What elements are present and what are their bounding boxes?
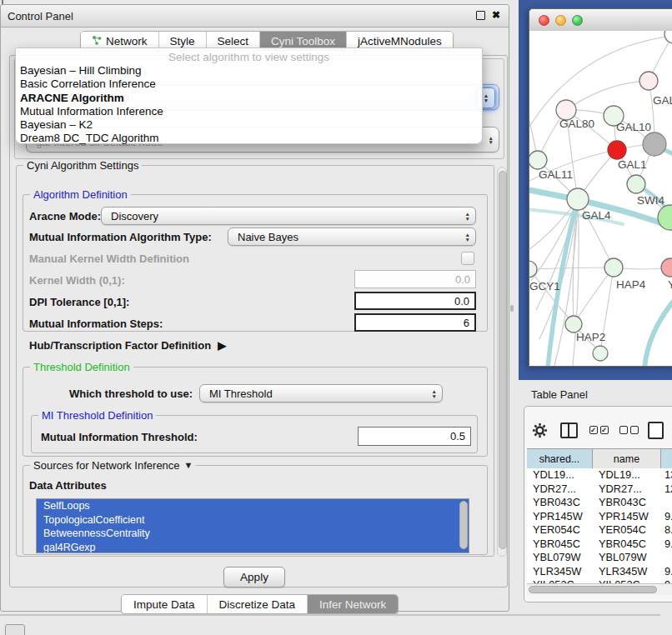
- down-arrow-icon: ▼: [184, 459, 193, 472]
- node-gal4[interactable]: [567, 188, 589, 210]
- popup-item[interactable]: Dream8 DC_TDC Algorithm: [16, 132, 482, 145]
- cyni-settings-title: Cyni Algorithm Settings: [23, 159, 142, 172]
- float-window-icon[interactable]: [476, 11, 485, 20]
- close-icon[interactable]: ✖: [492, 10, 500, 20]
- which-threshold-label: Which threshold to use:: [69, 388, 193, 400]
- table-row[interactable]: YDL19...YDL19...13: [527, 468, 672, 482]
- table-row[interactable]: YBL079WYBL079W: [527, 551, 672, 565]
- node-label: SWI4: [637, 194, 664, 207]
- hub-definition-expander[interactable]: Hub/Transcription Factor Definition ▶: [29, 339, 226, 352]
- node-label: HAP2: [576, 331, 605, 343]
- table-row[interactable]: YDR27...YDR27...12: [527, 482, 672, 497]
- spinner-arrows-icon: ▲▼: [489, 135, 494, 144]
- threshold-definition-title: Threshold Definition: [30, 361, 133, 373]
- node-partial-bottom[interactable]: [593, 346, 608, 361]
- popup-item[interactable]: Bayesian – Hill Climbing: [16, 64, 482, 78]
- spinner-arrows-icon: ▲▼: [465, 212, 470, 221]
- tab-impute-data[interactable]: Impute Data: [122, 595, 208, 613]
- node-hap2[interactable]: [565, 316, 582, 332]
- table-horizontal-scrollbar[interactable]: [527, 583, 672, 595]
- traffic-light-minimize-icon[interactable]: [555, 15, 566, 26]
- which-threshold-combo[interactable]: MI Threshold ▲▼: [199, 384, 443, 402]
- gear-icon[interactable]: [525, 422, 554, 438]
- table-horizontal-scrollbar-thumb[interactable]: [529, 586, 657, 593]
- apply-button[interactable]: Apply: [223, 567, 285, 588]
- traffic-light-close-icon[interactable]: [539, 15, 549, 26]
- node-label: Y: [668, 278, 672, 291]
- deselect-columns-icon[interactable]: [614, 426, 644, 434]
- manual-kernel-checkbox[interactable]: [461, 252, 474, 265]
- tab-infer-network[interactable]: Infer Network: [308, 595, 398, 613]
- node-partial-top[interactable]: [664, 31, 672, 43]
- right-arrow-icon: ▶: [218, 339, 226, 352]
- list-item[interactable]: gal4RGexp: [37, 541, 469, 554]
- manual-kernel-label: Manual Kernel Width Definition: [29, 252, 189, 265]
- node-label: HAP4: [616, 278, 646, 291]
- popup-header: Select algorithm to view settings: [16, 50, 482, 64]
- aracne-mode-label: Aracne Mode:: [29, 210, 101, 222]
- table-row[interactable]: YER054CYER054C8.: [527, 523, 672, 538]
- list-item[interactable]: BetweennessCentrality: [37, 527, 469, 541]
- data-attributes-label: Data Attributes: [29, 479, 107, 492]
- list-item[interactable]: SelfLoops: [37, 499, 469, 513]
- node-swi4[interactable]: [627, 175, 645, 193]
- table-row[interactable]: YLR345WYLR345W9.: [527, 565, 672, 579]
- control-panel-titlebar[interactable]: Control Panel ✖: [1, 5, 509, 28]
- popup-item-selected[interactable]: ARACNE Algorithm: [16, 92, 482, 105]
- panel-splitter[interactable]: [510, 305, 514, 312]
- network-window-titlebar[interactable]: [529, 9, 672, 32]
- cyni-bottom-tabbar: Impute Data Discretize Data Infer Networ…: [121, 594, 399, 614]
- mi-steps-label: Mutual Information Steps:: [29, 318, 163, 330]
- table-panel-title: Table Panel: [531, 388, 588, 401]
- settings-scrollbar-thumb[interactable]: [499, 171, 507, 549]
- spinner-arrows-icon: ▲▼: [465, 232, 470, 242]
- node-hap4[interactable]: [604, 258, 623, 277]
- select-all-columns-icon[interactable]: ✓✓: [584, 426, 614, 434]
- table-rows[interactable]: YDL19...YDL19...13 YDR27...YDR27...12 YB…: [527, 468, 672, 583]
- table-row[interactable]: YPR145WYPR145W9.: [527, 510, 672, 524]
- table-row[interactable]: YBR043CYBR043C: [527, 496, 672, 510]
- dpi-tolerance-field[interactable]: 0.0: [354, 292, 476, 310]
- tab-discretize-data[interactable]: Discretize Data: [208, 595, 308, 613]
- network-canvas[interactable]: GAL80 GAL10 GAL1 GAL11 GAL4 SWI4 GCY1 HA…: [529, 31, 672, 366]
- list-item[interactable]: TopologicalCoefficient: [37, 513, 469, 528]
- network-icon: [92, 35, 102, 48]
- network-view-window[interactable]: GAL80 GAL10 GAL1 GAL11 GAL4 SWI4 GCY1 HA…: [529, 8, 672, 367]
- node-big-green[interactable]: [658, 205, 672, 230]
- settings-scrollbar[interactable]: [497, 167, 507, 557]
- control-panel-title: Control Panel: [1, 10, 73, 22]
- dpi-tolerance-label: DPI Tolerance [0,1]:: [29, 296, 129, 308]
- popup-item[interactable]: Bayesian – K2: [16, 118, 482, 132]
- kernel-width-field[interactable]: 0.0: [354, 270, 476, 288]
- node-gal7[interactable]: [639, 72, 658, 90]
- column-header-shared[interactable]: shared...: [527, 449, 593, 469]
- data-attributes-list[interactable]: SelfLoops TopologicalCoefficient Between…: [36, 498, 469, 553]
- traffic-light-zoom-icon[interactable]: [572, 15, 583, 26]
- new-column-icon[interactable]: [644, 422, 667, 439]
- list-scrollbar[interactable]: [459, 501, 468, 549]
- column-header-partial[interactable]: [661, 449, 672, 469]
- popup-item[interactable]: Basic Correlation Inference: [16, 78, 482, 91]
- sources-title[interactable]: Sources for Network Inference ▼: [30, 459, 196, 472]
- node-label: GAL4: [582, 209, 611, 222]
- node-gal11[interactable]: [529, 151, 547, 169]
- node-gal1[interactable]: [608, 141, 626, 159]
- mi-threshold-title: MI Threshold Definition: [38, 409, 156, 422]
- split-view-icon[interactable]: [554, 422, 584, 438]
- popup-item[interactable]: Mutual Information Inference: [16, 105, 482, 118]
- column-header-name[interactable]: name: [593, 449, 661, 469]
- mi-threshold-field[interactable]: 0.5: [358, 427, 471, 446]
- kernel-width-label: Kernel Width (0,1):: [29, 274, 125, 287]
- node-gray[interactable]: [643, 132, 666, 156]
- aracne-mode-combo[interactable]: Discovery ▲▼: [101, 207, 476, 225]
- mi-type-combo[interactable]: Naive Bayes ▲▼: [228, 228, 476, 246]
- node-salmon[interactable]: [661, 258, 672, 277]
- corner-button[interactable]: [5, 624, 25, 635]
- mi-threshold-label: Mutual Information Threshold:: [41, 431, 198, 443]
- node-label: GAL11: [539, 168, 573, 181]
- mi-steps-field[interactable]: 6: [354, 313, 476, 332]
- table-toolbar: ✓✓: [525, 417, 672, 443]
- algorithm-popup: Select algorithm to view settings Bayesi…: [15, 48, 483, 144]
- table-row[interactable]: YBR045CYBR045C9.: [527, 538, 672, 552]
- mi-type-label: Mutual Information Algorithm Type:: [29, 231, 212, 243]
